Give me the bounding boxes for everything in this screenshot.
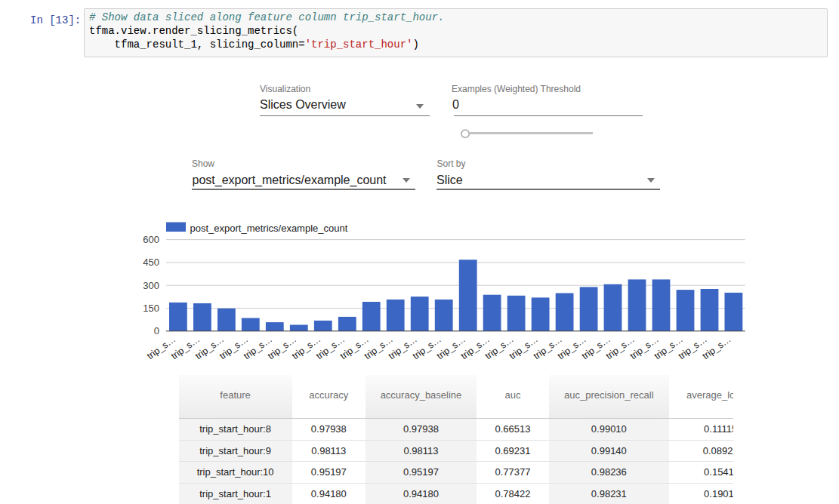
svg-text:600: 600: [143, 234, 159, 245]
svg-text:450: 450: [143, 257, 159, 268]
svg-text:150: 150: [143, 303, 159, 314]
svg-text:0: 0: [154, 325, 159, 337]
svg-text:300: 300: [143, 280, 159, 291]
svg-text:post_export_metrics/example_co: post_export_metrics/example_count: [190, 223, 348, 234]
